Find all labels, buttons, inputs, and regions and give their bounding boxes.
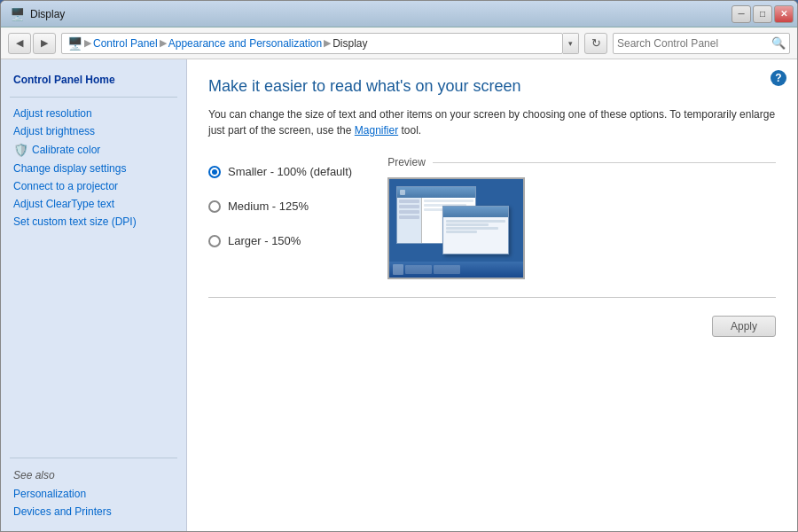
- breadcrumb: 🖥️ ▶ Control Panel ▶ Appearance and Pers…: [61, 33, 563, 54]
- sidebar-item-brightness[interactable]: Adjust brightness: [1, 122, 186, 140]
- sidebar-item-projector[interactable]: Connect to a projector: [1, 177, 186, 195]
- preview-area: Preview: [387, 156, 776, 279]
- preview-w2-title: [443, 207, 508, 217]
- options-area: Smaller - 100% (default) Medium - 125% L…: [208, 156, 776, 279]
- title-bar-left: 🖥️ Display: [4, 7, 65, 21]
- main-content: Control Panel Home Adjust resolution Adj…: [1, 59, 797, 531]
- window-title: Display: [30, 8, 65, 20]
- breadcrumb-display: Display: [332, 37, 367, 50]
- sidebar-item-dpi[interactable]: Set custom text size (DPI): [1, 213, 186, 231]
- preview-image: [387, 177, 525, 279]
- title-bar: 🖥️ Display ─ □ ✕: [1, 1, 797, 27]
- refresh-button[interactable]: ↻: [584, 33, 607, 54]
- sidebar-item-calibrate[interactable]: 🛡️ Calibrate color: [1, 140, 186, 160]
- sidebar-divider-2: [10, 458, 177, 458]
- preview-w1-title: [397, 187, 475, 198]
- sidebar-item-change-display[interactable]: Change display settings: [1, 160, 186, 177]
- close-button[interactable]: ✕: [774, 5, 794, 23]
- label-smaller: Smaller - 100% (default): [228, 165, 352, 178]
- magnifier-link[interactable]: Magnifier: [355, 124, 398, 137]
- breadcrumb-appearance[interactable]: Appearance and Personalization: [168, 37, 322, 50]
- see-also-label: See also: [1, 466, 186, 485]
- separator-line: [208, 297, 776, 298]
- apply-row: Apply: [208, 316, 776, 337]
- help-button[interactable]: ?: [771, 70, 786, 86]
- minimize-button[interactable]: ─: [732, 5, 751, 23]
- preview-title: Preview: [387, 156, 776, 168]
- radio-options: Smaller - 100% (default) Medium - 125% L…: [208, 156, 352, 279]
- panel-title: Make it easier to read what's on your sc…: [208, 77, 776, 96]
- right-panel: ? Make it easier to read what's on your …: [187, 59, 797, 531]
- back-button[interactable]: ◀: [8, 33, 31, 54]
- radio-larger[interactable]: [208, 235, 221, 247]
- label-larger: Larger - 150%: [228, 234, 301, 247]
- search-input[interactable]: [617, 37, 771, 50]
- sidebar-spacer: [1, 231, 186, 450]
- radio-medium[interactable]: [208, 200, 221, 213]
- title-controls: ─ □ ✕: [732, 5, 794, 23]
- address-bar: ◀ ▶ 🖥️ ▶ Control Panel ▶ Appearance and …: [1, 27, 797, 59]
- radio-smaller[interactable]: [208, 166, 221, 178]
- sidebar-item-personalization[interactable]: Personalization: [1, 485, 186, 503]
- preview-mini-sidebar: [397, 198, 422, 243]
- sidebar-item-cleartype[interactable]: Adjust ClearType text: [1, 195, 186, 213]
- preview-taskbar: [389, 262, 523, 278]
- maximize-button[interactable]: □: [753, 5, 772, 23]
- option-larger[interactable]: Larger - 150%: [208, 234, 352, 247]
- preview-window2: [442, 206, 509, 254]
- calibrate-icon: 🛡️: [13, 143, 28, 157]
- sidebar-item-devices[interactable]: Devices and Printers: [1, 503, 186, 520]
- option-smaller[interactable]: Smaller - 100% (default): [208, 165, 352, 178]
- breadcrumb-dropdown[interactable]: ▾: [563, 33, 579, 54]
- panel-description: You can change the size of text and othe…: [208, 106, 776, 138]
- option-medium[interactable]: Medium - 125%: [208, 200, 352, 213]
- breadcrumb-control-panel[interactable]: Control Panel: [93, 37, 158, 50]
- search-icon[interactable]: 🔍: [771, 36, 786, 50]
- search-box: 🔍: [613, 33, 790, 54]
- forward-button[interactable]: ▶: [33, 33, 56, 54]
- nav-buttons: ◀ ▶: [8, 33, 56, 54]
- sidebar: Control Panel Home Adjust resolution Adj…: [1, 59, 187, 531]
- preview-line: [433, 162, 776, 163]
- main-window: 🖥️ Display ─ □ ✕ ◀ ▶ 🖥️ ▶ Control Panel …: [0, 0, 798, 532]
- sidebar-home-link[interactable]: Control Panel Home: [1, 70, 186, 90]
- preview-inner: [389, 179, 523, 278]
- label-medium: Medium - 125%: [228, 200, 309, 213]
- sidebar-item-resolution[interactable]: Adjust resolution: [1, 105, 186, 122]
- sidebar-divider-1: [10, 97, 177, 98]
- preview-w2-body: [443, 217, 508, 254]
- apply-button[interactable]: Apply: [712, 316, 776, 337]
